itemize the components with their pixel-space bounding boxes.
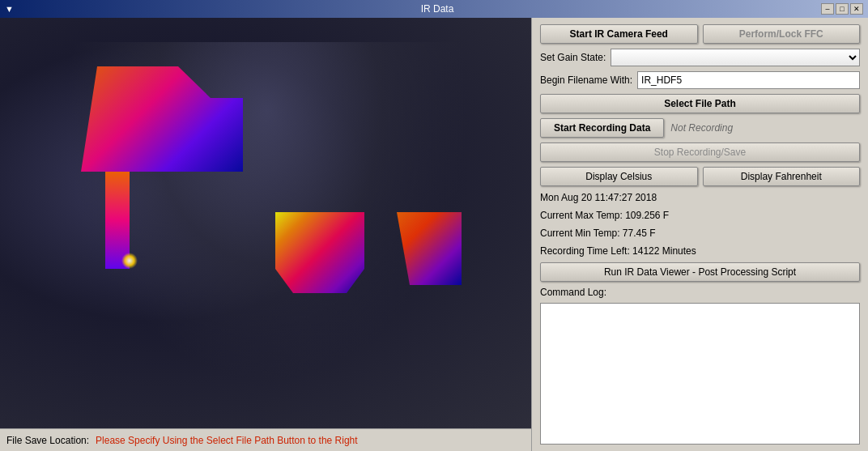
temperature-units-row: Display Celsius Display Fahrenheit	[540, 167, 860, 186]
select-file-path-button[interactable]: Select File Path	[540, 94, 860, 113]
recording-row: Start Recording Data Not Recording	[540, 118, 860, 138]
system-menu-icon[interactable]: ▼	[5, 4, 14, 14]
maximize-button[interactable]: □	[836, 3, 849, 15]
gain-state-row: Set Gain State: High Low Auto	[540, 49, 860, 66]
stop-recording-button[interactable]: Stop Recording/Save	[540, 143, 860, 162]
thermal-bright-spot	[121, 253, 138, 269]
stop-recording-row: Stop Recording/Save	[540, 143, 860, 162]
window-title: IR Data	[53, 3, 821, 15]
camera-feed	[0, 18, 531, 428]
start-camera-button[interactable]: Start IR Camera Feed	[540, 24, 698, 44]
max-temp-display: Current Max Temp: 109.256 F	[540, 210, 860, 221]
filename-label: Begin Filename With:	[540, 74, 632, 86]
perform-ffc-button[interactable]: Perform/Lock FFC	[703, 24, 861, 44]
command-log-label: Command Log:	[540, 287, 860, 298]
title-bar: ▼ IR Data – □ ✕	[0, 0, 868, 18]
file-save-label: File Save Location:	[6, 435, 89, 446]
filename-input[interactable]	[637, 71, 860, 89]
close-button[interactable]: ✕	[850, 3, 863, 15]
post-processing-row: Run IR Data Viewer - Post Processing Scr…	[540, 262, 860, 282]
min-temp-display: Current Min Temp: 77.45 F	[540, 228, 860, 239]
display-fahrenheit-button[interactable]: Display Fahrenheit	[703, 167, 861, 186]
post-processing-button[interactable]: Run IR Data Viewer - Post Processing Scr…	[540, 262, 860, 282]
command-log-area[interactable]	[540, 303, 860, 445]
thermal-hotspot-3	[275, 212, 364, 293]
filename-row: Begin Filename With:	[540, 71, 860, 89]
gain-state-label: Set Gain State:	[540, 52, 606, 63]
select-file-path-row: Select File Path	[540, 94, 860, 113]
datetime-display: Mon Aug 20 11:47:27 2018	[540, 192, 860, 203]
camera-controls-row: Start IR Camera Feed Perform/Lock FFC	[540, 24, 860, 44]
window-controls: – □ ✕	[821, 3, 863, 15]
file-save-value: Please Specify Using the Select File Pat…	[96, 435, 358, 446]
camera-bottom-bar: File Save Location: Please Specify Using…	[0, 428, 531, 451]
minimize-button[interactable]: –	[821, 3, 834, 15]
start-recording-button[interactable]: Start Recording Data	[540, 118, 664, 138]
right-panel: Start IR Camera Feed Perform/Lock FFC Se…	[531, 18, 868, 451]
gain-state-select[interactable]: High Low Auto	[611, 49, 860, 66]
recording-time-display: Recording Time Left: 14122 Minutes	[540, 245, 860, 257]
camera-panel: File Save Location: Please Specify Using…	[0, 18, 531, 451]
not-recording-label: Not Recording	[670, 122, 733, 134]
main-content: File Save Location: Please Specify Using…	[0, 18, 868, 451]
display-celsius-button[interactable]: Display Celsius	[540, 167, 698, 186]
